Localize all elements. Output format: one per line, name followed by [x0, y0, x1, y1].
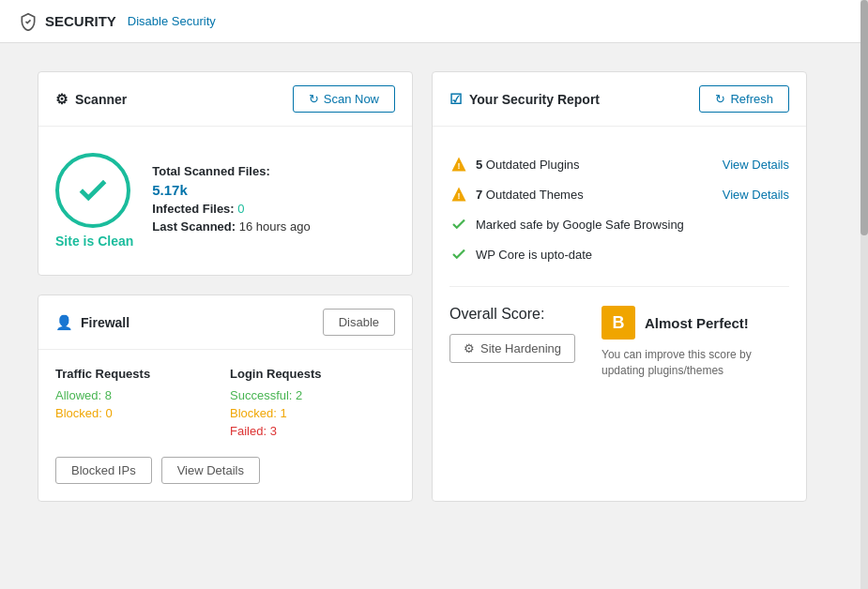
scanner-circle: Site is Clean [55, 153, 133, 249]
outdated-plugins-text: 5 Outdated Plugins [476, 158, 715, 172]
refresh-button[interactable]: ↻ Refresh [699, 85, 789, 113]
success-icon-wpcore [449, 245, 468, 264]
scanner-status: Site is Clean Total Scanned Files: 5.17k… [55, 143, 395, 258]
scanner-card: ⚙ Scanner ↻ Scan Now [38, 71, 413, 276]
scan-now-button[interactable]: ↻ Scan Now [293, 85, 395, 113]
report-item-google: Marked safe by Google Safe Browsing [449, 209, 789, 239]
google-safe-text: Marked safe by Google Safe Browsing [476, 218, 789, 232]
firewall-stats: Traffic Requests Allowed: 8 Blocked: [55, 367, 395, 442]
firewall-body: Traffic Requests Allowed: 8 Blocked: [38, 350, 412, 501]
left-column: ⚙ Scanner ↻ Scan Now [38, 71, 413, 502]
app-title: SECURITY [45, 13, 116, 29]
themes-view-details-link[interactable]: View Details [723, 188, 789, 202]
refresh-icon: ↻ [715, 92, 725, 106]
wpcore-text: WP Core is upto-date [476, 248, 789, 262]
gear-icon: ⚙ [464, 341, 475, 355]
successful-stat: Successful: 2 [230, 388, 395, 402]
failed-stat: Failed: 3 [230, 424, 395, 438]
login-blocked-stat: Blocked: 1 [230, 406, 395, 420]
scrollbar[interactable] [860, 0, 868, 589]
warning-icon-themes: ! [449, 185, 468, 204]
allowed-stat: Allowed: 8 [55, 388, 221, 402]
shield-icon [19, 12, 38, 31]
scanner-details: Total Scanned Files: 5.17k Infected File… [152, 164, 310, 237]
report-items: ! 5 Outdated Plugins View Details [449, 143, 789, 275]
logo: SECURITY [19, 12, 116, 31]
security-report-header: ☑ Your Security Report ↻ Refresh [433, 72, 806, 127]
scrollbar-thumb[interactable] [860, 0, 868, 235]
login-requests: Login Requests Successful: 2 Blocked: [230, 367, 395, 442]
last-scanned-value: 16 hours ago [239, 219, 311, 234]
score-left: Overall Score: ⚙ Site Hardening [449, 306, 583, 363]
status-circle [55, 153, 130, 228]
overall-score-title: Overall Score: [449, 306, 583, 323]
infected-count: 0 [237, 202, 244, 216]
blocked-stat: Blocked: 0 [55, 406, 221, 420]
infected-files: Infected Files: 0 [152, 202, 310, 216]
traffic-title: Traffic Requests [55, 367, 221, 381]
score-badge-row: B Almost Perfect! [602, 306, 789, 340]
firewall-title: 👤 Firewall [55, 314, 129, 331]
scanned-count: 5.17k [152, 182, 188, 198]
overall-score-section: Overall Score: ⚙ Site Hardening B Almost… [449, 298, 789, 379]
total-scanned: Total Scanned Files: [152, 164, 310, 178]
site-clean-label: Site is Clean [55, 234, 133, 249]
main-content: ⚙ Scanner ↻ Scan Now [0, 43, 845, 530]
score-label: Almost Perfect! [645, 315, 749, 331]
traffic-requests: Traffic Requests Allowed: 8 Blocked: [55, 367, 221, 442]
success-icon-google [449, 215, 468, 234]
scanner-icon: ⚙ [55, 91, 68, 108]
disable-security-link[interactable]: Disable Security [128, 14, 216, 28]
firewall-card: 👤 Firewall Disable Traffic Requests [38, 294, 413, 502]
report-item-plugins: ! 5 Outdated Plugins View Details [449, 149, 789, 179]
report-item-wpcore: WP Core is upto-date [449, 239, 789, 269]
firewall-view-details-button[interactable]: View Details [161, 457, 260, 484]
firewall-icon: 👤 [55, 314, 73, 331]
blocked-ips-button[interactable]: Blocked IPs [55, 457, 152, 484]
warning-icon-plugins: ! [449, 155, 468, 174]
score-right: B Almost Perfect! You can improve this s… [602, 306, 789, 379]
score-description: You can improve this score by updating p… [602, 347, 789, 379]
security-report-body: ! 5 Outdated Plugins View Details [433, 127, 806, 396]
scanner-title: ⚙ Scanner [55, 91, 127, 108]
svg-text:!: ! [458, 161, 461, 171]
last-scanned: Last Scanned: 16 hours ago [152, 219, 310, 234]
firewall-actions: Blocked IPs View Details [55, 457, 395, 484]
report-divider [449, 286, 789, 287]
checkmark-icon [75, 173, 111, 208]
score-badge: B [602, 306, 635, 340]
top-bar: SECURITY Disable Security [0, 0, 868, 43]
scanner-body: Site is Clean Total Scanned Files: 5.17k… [38, 127, 412, 275]
security-report-title: ☑ Your Security Report [449, 91, 600, 108]
site-hardening-button[interactable]: ⚙ Site Hardening [449, 334, 575, 363]
outdated-themes-text: 7 Outdated Themes [476, 188, 715, 202]
scan-refresh-icon: ↻ [309, 92, 319, 106]
scanner-card-header: ⚙ Scanner ↻ Scan Now [38, 72, 412, 127]
security-report-card: ☑ Your Security Report ↻ Refresh [432, 71, 807, 502]
report-item-themes: ! 7 Outdated Themes View Details [449, 179, 789, 209]
svg-text:!: ! [458, 191, 461, 201]
right-column: ☑ Your Security Report ↻ Refresh [432, 71, 807, 502]
plugins-view-details-link[interactable]: View Details [723, 158, 789, 172]
firewall-card-header: 👤 Firewall Disable [38, 295, 412, 350]
login-title: Login Requests [230, 367, 395, 381]
disable-firewall-button[interactable]: Disable [323, 309, 395, 336]
checkbox-icon: ☑ [449, 91, 462, 108]
